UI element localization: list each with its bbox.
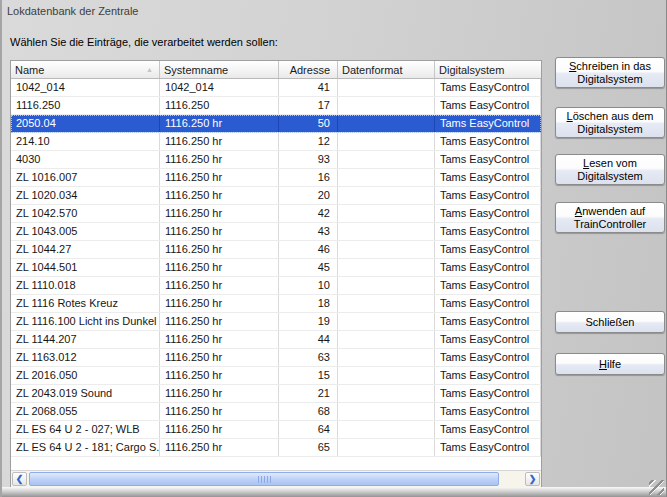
cell-datenformat: [338, 313, 435, 330]
column-header-adresse[interactable]: Adresse: [279, 61, 338, 78]
table-row[interactable]: ZL 1042.5701116.250 hr42Tams EasyControl: [11, 205, 541, 223]
scrollbar-thumb[interactable]: [29, 472, 499, 486]
table-row[interactable]: ZL ES 64 U 2 - 181; Cargo S...1116.250 h…: [11, 439, 541, 457]
cell-digitalsystem: Tams EasyControl: [435, 79, 541, 96]
cell-adresse: 46: [279, 241, 338, 258]
cell-digitalsystem: Tams EasyControl: [435, 403, 541, 420]
button-label-line2: TrainController: [574, 218, 646, 231]
cell-systemname: 1116.250 hr: [160, 133, 279, 150]
help-button[interactable]: Hilfe: [555, 353, 665, 375]
cell-systemname: 1116.250 hr: [160, 241, 279, 258]
cell-name: 1116.250: [11, 97, 160, 114]
cell-name: ZL 1144.207: [11, 331, 160, 348]
cell-digitalsystem: Tams EasyControl: [435, 439, 541, 456]
resize-grip-icon[interactable]: [649, 480, 664, 495]
table-row[interactable]: ZL 1110.0181116.250 hr10Tams EasyControl: [11, 277, 541, 295]
cell-name: ZL 2016.050: [11, 367, 160, 384]
cell-adresse: 64: [279, 421, 338, 438]
apply-to-traincontroller-button[interactable]: Anwenden auf TrainController: [555, 202, 665, 233]
cell-adresse: 45: [279, 259, 338, 276]
table-body: 1042_0141042_01441Tams EasyControl1116.2…: [11, 79, 541, 470]
table-row[interactable]: ZL 1044.271116.250 hr46Tams EasyControl: [11, 241, 541, 259]
table-row[interactable]: ZL 2068.0551116.250 hr68Tams EasyControl: [11, 403, 541, 421]
cell-digitalsystem: Tams EasyControl: [435, 295, 541, 312]
cell-systemname: 1116.250 hr: [160, 313, 279, 330]
cell-name: ZL 2068.055: [11, 403, 160, 420]
cell-adresse: 65: [279, 439, 338, 456]
cell-datenformat: [338, 223, 435, 240]
column-header-digitalsystem[interactable]: Digitalsystem: [435, 61, 541, 78]
cell-name: ZL 1044.27: [11, 241, 160, 258]
cell-datenformat: [338, 79, 435, 96]
cell-datenformat: [338, 277, 435, 294]
cell-datenformat: [338, 169, 435, 186]
table-row[interactable]: 40301116.250 hr93Tams EasyControl: [11, 151, 541, 169]
cell-digitalsystem: Tams EasyControl: [435, 349, 541, 366]
table-row[interactable]: 1116.2501116.25017Tams EasyControl: [11, 97, 541, 115]
table-row[interactable]: ZL 1144.2071116.250 hr44Tams EasyControl: [11, 331, 541, 349]
cell-adresse: 68: [279, 403, 338, 420]
table-row[interactable]: ZL 2016.0501116.250 hr15Tams EasyControl: [11, 367, 541, 385]
scroll-right-button[interactable]: ❯: [525, 472, 540, 486]
cell-digitalsystem: Tams EasyControl: [435, 331, 541, 348]
column-header-name[interactable]: Name▲: [11, 61, 160, 78]
cell-systemname: 1116.250 hr: [160, 295, 279, 312]
cell-name: 1042_014: [11, 79, 160, 96]
read-from-digitalsystem-button[interactable]: Lesen vom Digitalsystem: [555, 154, 665, 185]
lokdatenbank-dialog: Lokdatenbank der Zentrale Wählen Sie die…: [0, 0, 667, 497]
cell-digitalsystem: Tams EasyControl: [435, 205, 541, 222]
cell-digitalsystem: Tams EasyControl: [435, 277, 541, 294]
cell-systemname: 1116.250 hr: [160, 151, 279, 168]
sort-asc-icon: ▲: [146, 66, 155, 73]
cell-datenformat: [338, 205, 435, 222]
cell-digitalsystem: Tams EasyControl: [435, 241, 541, 258]
cell-digitalsystem: Tams EasyControl: [435, 313, 541, 330]
column-header-systemname[interactable]: Systemname: [160, 61, 279, 78]
scroll-left-button[interactable]: ❮: [12, 472, 27, 486]
cell-adresse: 19: [279, 313, 338, 330]
cell-name: ZL ES 64 U 2 - 027; WLB: [11, 421, 160, 438]
table-row[interactable]: 214.101116.250 hr12Tams EasyControl: [11, 133, 541, 151]
table-row[interactable]: ZL 1163.0121116.250 hr63Tams EasyControl: [11, 349, 541, 367]
table-row[interactable]: ZL 1044.5011116.250 hr45Tams EasyControl: [11, 259, 541, 277]
cell-systemname: 1116.250 hr: [160, 259, 279, 276]
table-row[interactable]: 1042_0141042_01441Tams EasyControl: [11, 79, 541, 97]
cell-digitalsystem: Tams EasyControl: [435, 97, 541, 114]
table-row[interactable]: ZL 1043.0051116.250 hr43Tams EasyControl: [11, 223, 541, 241]
cell-name: ZL 1043.005: [11, 223, 160, 240]
table-row[interactable]: ZL 1016.0071116.250 hr16Tams EasyControl: [11, 169, 541, 187]
cell-datenformat: [338, 439, 435, 456]
table-row[interactable]: ZL 2043.019 Sound1116.250 hr21Tams EasyC…: [11, 385, 541, 403]
cell-name: 214.10: [11, 133, 160, 150]
column-header-datenformat[interactable]: Datenformat: [338, 61, 435, 78]
button-label: Schreiben in das: [569, 60, 651, 73]
cell-datenformat: [338, 187, 435, 204]
loco-table: Name▲SystemnameAdresseDatenformatDigital…: [10, 60, 542, 489]
cell-adresse: 10: [279, 277, 338, 294]
window-title: Lokdatenbank der Zentrale: [7, 5, 138, 17]
horizontal-scrollbar[interactable]: ❮ ❯: [11, 470, 541, 488]
cell-datenformat: [338, 97, 435, 114]
table-row[interactable]: ZL 1020.0341116.250 hr20Tams EasyControl: [11, 187, 541, 205]
cell-adresse: 42: [279, 205, 338, 222]
cell-systemname: 1116.250 hr: [160, 187, 279, 204]
button-label: Lesen vom: [583, 157, 637, 170]
table-row[interactable]: ZL 1116 Rotes Kreuz1116.250 hr18Tams Eas…: [11, 295, 541, 313]
delete-from-digitalsystem-button[interactable]: Löschen aus dem Digitalsystem: [555, 107, 665, 138]
cell-name: 2050.04: [11, 115, 160, 132]
cell-digitalsystem: Tams EasyControl: [435, 421, 541, 438]
cell-name: ZL 1020.034: [11, 187, 160, 204]
write-to-digitalsystem-button[interactable]: Schreiben in das Digitalsystem: [555, 57, 665, 88]
table-row[interactable]: ZL 1116.100 Licht ins Dunkel1116.250 hr1…: [11, 313, 541, 331]
button-label-line2: Digitalsystem: [577, 123, 642, 136]
button-label: Löschen aus dem: [567, 110, 654, 123]
button-label-line2: Digitalsystem: [577, 73, 642, 86]
column-header-label: Adresse: [290, 64, 330, 76]
cell-adresse: 16: [279, 169, 338, 186]
button-label: Hilfe: [599, 358, 621, 371]
table-row[interactable]: ZL ES 64 U 2 - 027; WLB1116.250 hr64Tams…: [11, 421, 541, 439]
cell-datenformat: [338, 151, 435, 168]
table-row[interactable]: 2050.041116.250 hr50Tams EasyControl: [11, 115, 541, 133]
close-button[interactable]: Schließen: [555, 311, 665, 333]
cell-adresse: 15: [279, 367, 338, 384]
